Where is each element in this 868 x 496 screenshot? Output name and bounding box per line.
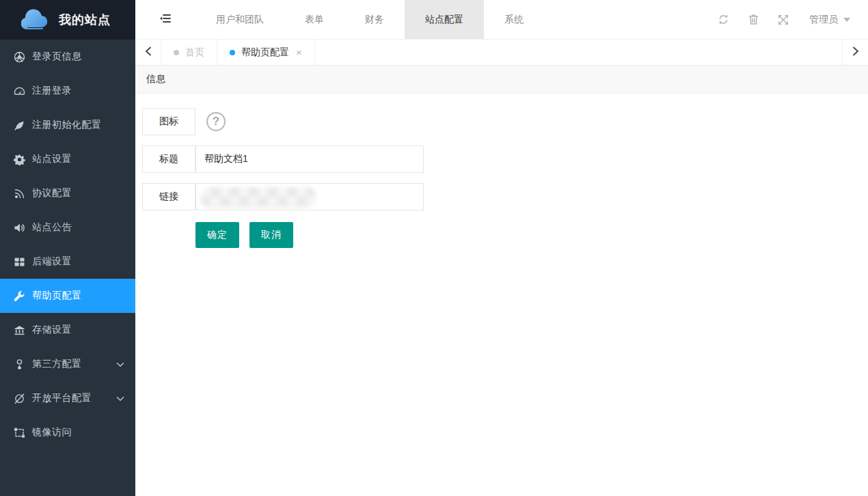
nav-item-users-teams[interactable]: 用户和团队 — [195, 0, 284, 39]
tab-help-page-config[interactable]: 帮助页配置 × — [217, 40, 315, 65]
sidebar-item-label: 站点公告 — [32, 221, 72, 234]
chevron-down-icon — [116, 393, 124, 404]
panel-header: 信息 — [135, 66, 868, 94]
nav-item-label: 财务 — [365, 14, 384, 26]
nav-item-forms[interactable]: 表单 — [284, 0, 344, 39]
tachometer-icon — [14, 85, 25, 97]
grid-icon — [14, 256, 25, 268]
censored-link-value — [201, 187, 316, 208]
sidebar-item-label: 第三方配置 — [32, 358, 82, 370]
person-icon — [14, 359, 25, 370]
sidebar-item-backend-settings[interactable]: 后端设置 — [0, 245, 135, 279]
app-window: 我的站点 登录页信息 — [0, 0, 868, 496]
confirm-button[interactable]: 确定 — [195, 222, 239, 248]
refresh-icon[interactable] — [708, 14, 738, 25]
nav-item-site-config[interactable]: 站点配置 — [405, 0, 484, 39]
title-field-label: 标题 — [142, 146, 195, 173]
nav-item-finance[interactable]: 财务 — [344, 0, 405, 39]
gear-icon — [14, 154, 25, 165]
form-actions: 确定 取消 — [195, 222, 868, 248]
link-row: 链接 — [142, 183, 868, 210]
main-column: 用户和团队 表单 财务 站点配置 系统 — [135, 0, 868, 496]
sidebar-item-label: 后端设置 — [32, 256, 72, 268]
nav-item-label: 站点配置 — [425, 14, 463, 26]
speaker-icon — [14, 222, 25, 234]
sidebar-collapse-icon — [159, 13, 172, 26]
sidebar-item-label: 注册初始化配置 — [32, 119, 102, 131]
trash-icon[interactable] — [738, 14, 768, 25]
sidebar-collapse-button[interactable] — [135, 0, 195, 39]
top-header: 用户和团队 表单 财务 站点配置 系统 — [135, 0, 868, 40]
tabs-scroll-right-button[interactable] — [842, 40, 868, 65]
nav-item-system[interactable]: 系统 — [484, 0, 544, 39]
sidebar-item-label: 镜像访问 — [32, 426, 72, 439]
panel-title: 信息 — [146, 73, 165, 85]
link-field-label: 链接 — [142, 183, 195, 210]
cloud-icon — [19, 8, 51, 31]
sidebar-item-agreement-config[interactable]: 协议配置 — [0, 176, 135, 210]
content-panel: 信息 图标 ? 标题 链接 — [135, 66, 868, 496]
nav-item-label: 表单 — [305, 14, 324, 26]
fullscreen-icon[interactable] — [768, 14, 798, 25]
sidebar-item-label: 帮助页配置 — [32, 290, 82, 302]
life-ring-icon — [14, 51, 25, 63]
icon-row: 图标 ? — [142, 108, 868, 135]
leaf-icon — [14, 120, 25, 131]
sidebar-item-mirror-access[interactable]: 镜像访问 — [0, 415, 135, 450]
object-group-icon — [14, 427, 25, 439]
brand-title: 我的站点 — [59, 12, 111, 28]
tab-label: 帮助页配置 — [241, 46, 289, 59]
icon-field-label: 图标 — [142, 108, 195, 135]
tab-status-dot — [174, 50, 179, 55]
circle-slash-icon — [14, 393, 25, 404]
sidebar-item-third-party-config[interactable]: 第三方配置 — [0, 347, 135, 381]
cancel-button[interactable]: 取消 — [249, 222, 293, 248]
title-row: 标题 — [142, 146, 868, 173]
sidebar-item-label: 站点设置 — [32, 153, 72, 165]
user-menu[interactable]: 管理员 — [809, 14, 850, 26]
nav-item-label: 用户和团队 — [216, 14, 264, 26]
brand-logo[interactable]: 我的站点 — [0, 0, 135, 40]
chevron-down-icon — [116, 359, 124, 370]
wrench-icon — [14, 290, 25, 302]
link-input-wrap — [195, 183, 424, 210]
sidebar-item-login-page-info[interactable]: 登录页信息 — [0, 40, 135, 74]
bank-icon — [14, 325, 25, 336]
tab-home[interactable]: 首页 — [161, 40, 217, 65]
title-input-wrap — [195, 146, 424, 173]
sidebar-item-register-init-config[interactable]: 注册初始化配置 — [0, 108, 135, 142]
caret-down-icon — [843, 18, 850, 22]
sidebar: 我的站点 登录页信息 — [0, 0, 135, 496]
sidebar-item-storage-settings[interactable]: 存储设置 — [0, 313, 135, 347]
chevron-right-icon — [852, 46, 859, 58]
tabs-scroll-left-button[interactable] — [135, 40, 161, 65]
tab-bar: 首页 帮助页配置 × — [135, 40, 868, 66]
sidebar-item-site-settings[interactable]: 站点设置 — [0, 142, 135, 176]
sidebar-item-site-announcement[interactable]: 站点公告 — [0, 210, 135, 245]
sidebar-menu: 登录页信息 注册登录 注册初始化配置 — [0, 40, 135, 496]
title-input[interactable] — [196, 146, 423, 172]
header-actions: 管理员 — [708, 0, 868, 39]
top-nav: 用户和团队 表单 财务 站点配置 系统 — [195, 0, 544, 39]
sidebar-item-label: 协议配置 — [32, 187, 72, 199]
username: 管理员 — [809, 14, 838, 26]
sidebar-item-help-page-config[interactable]: 帮助页配置 — [0, 279, 135, 313]
sidebar-item-register-login[interactable]: 注册登录 — [0, 74, 135, 108]
tab-close-icon[interactable]: × — [296, 47, 302, 57]
sidebar-item-open-platform-config[interactable]: 开放平台配置 — [0, 381, 135, 415]
nav-item-label: 系统 — [504, 14, 524, 26]
tab-status-dot — [230, 50, 235, 55]
sidebar-item-label: 注册登录 — [32, 85, 72, 97]
sidebar-item-label: 存储设置 — [32, 324, 72, 336]
tab-label: 首页 — [185, 46, 204, 59]
sidebar-item-label: 登录页信息 — [32, 51, 82, 63]
question-circle-icon[interactable]: ? — [206, 112, 226, 131]
chevron-left-icon — [145, 46, 152, 58]
rss-icon — [14, 188, 25, 199]
sidebar-item-label: 开放平台配置 — [32, 392, 92, 404]
help-page-form: 图标 ? 标题 链接 确定 — [135, 94, 868, 248]
